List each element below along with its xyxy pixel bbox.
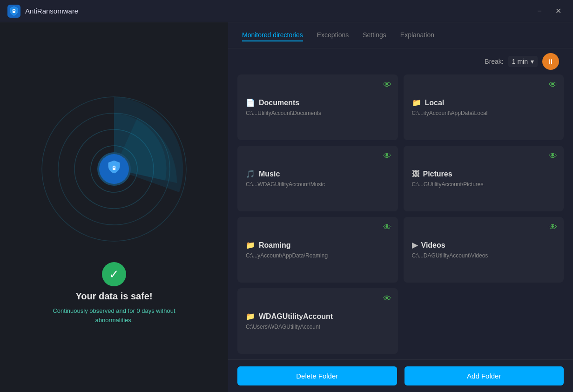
file-icon-documents: 📄: [246, 98, 255, 107]
titlebar: AntiRansomware − ✕: [0, 0, 573, 22]
titlebar-left: AntiRansomware: [7, 5, 78, 18]
eye-icon-wdagutility[interactable]: 👁: [383, 294, 391, 304]
tab-settings[interactable]: Settings: [363, 29, 386, 41]
dir-card-documents[interactable]: 👁 📄 Documents C:\...UtilityAccount\Docum…: [237, 74, 398, 140]
eye-icon-roaming[interactable]: 👁: [383, 223, 391, 232]
add-folder-button[interactable]: Add Folder: [404, 366, 564, 385]
delete-folder-button[interactable]: Delete Folder: [237, 366, 397, 385]
image-icon-pictures: 🖼: [412, 170, 419, 178]
titlebar-controls: − ✕: [532, 4, 566, 19]
dir-path-music: C:\...WDAGUtilityAccount\Music: [246, 181, 390, 188]
eye-icon-pictures[interactable]: 👁: [549, 151, 557, 161]
break-label: Break:: [485, 58, 503, 65]
radar-container: [35, 90, 193, 248]
bottom-bar: Delete Folder Add Folder: [228, 359, 573, 392]
eye-icon-local[interactable]: 👁: [549, 80, 557, 90]
dir-card-music[interactable]: 👁 🎵 Music C:\...WDAGUtilityAccount\Music: [237, 146, 398, 211]
folder-icon-roaming: 📁: [246, 241, 255, 250]
dir-path-roaming: C:\...yAccount\AppData\Roaming: [246, 252, 390, 259]
tab-explanation[interactable]: Explanation: [400, 29, 434, 41]
dir-card-wdagutility[interactable]: 👁 📁 WDAGUtilityAccount C:\Users\WDAGUtil…: [237, 288, 398, 354]
break-select[interactable]: 1 min ▾: [508, 56, 538, 67]
eye-icon-documents[interactable]: 👁: [383, 80, 391, 90]
dir-name-videos: ▶ Videos: [412, 241, 556, 250]
dir-card-videos[interactable]: 👁 ▶ Videos C:\...DAGUtilityAccount\Video…: [404, 217, 564, 283]
eye-icon-videos[interactable]: 👁: [549, 223, 557, 232]
dir-name-pictures: 🖼 Pictures: [412, 170, 556, 178]
dir-path-pictures: C:\...GUtilityAccount\Pictures: [412, 181, 556, 188]
radar-svg: [35, 90, 193, 248]
status-title: Your data is safe!: [75, 291, 152, 302]
dir-path-wdagutility: C:\Users\WDAGUtilityAccount: [246, 324, 390, 330]
dir-name-music: 🎵 Music: [246, 169, 390, 178]
dir-path-videos: C:\...DAGUtilityAccount\Videos: [412, 252, 556, 259]
chevron-down-icon: ▾: [531, 58, 534, 65]
tabs-bar: Monitored directories Exceptions Setting…: [228, 22, 573, 48]
music-icon: 🎵: [246, 169, 255, 178]
svg-rect-1: [13, 11, 15, 13]
status-subtitle: Continuously observed and for 0 days wit…: [53, 306, 175, 324]
dir-name-roaming: 📁 Roaming: [246, 241, 390, 250]
directory-grid: 👁 📄 Documents C:\...UtilityAccount\Docum…: [228, 74, 573, 359]
dir-card-pictures[interactable]: 👁 🖼 Pictures C:\...GUtilityAccount\Pictu…: [404, 146, 564, 211]
break-value: 1 min: [512, 58, 528, 65]
dir-name-documents: 📄 Documents: [246, 98, 390, 107]
app-title: AntiRansomware: [25, 7, 78, 15]
status-section: ✓ Your data is safe! Continuously observ…: [53, 262, 175, 324]
right-panel: Monitored directories Exceptions Setting…: [228, 22, 573, 392]
folder-icon-wdagutility: 📁: [246, 312, 255, 321]
break-bar: Break: 1 min ▾ ⏸: [228, 48, 573, 74]
tab-monitored-directories[interactable]: Monitored directories: [242, 29, 303, 41]
folder-icon-local: 📁: [412, 98, 421, 107]
dir-name-wdagutility: 📁 WDAGUtilityAccount: [246, 312, 390, 321]
minimize-button[interactable]: −: [532, 4, 547, 19]
dir-path-documents: C:\...UtilityAccount\Documents: [246, 110, 390, 116]
left-panel: ✓ Your data is safe! Continuously observ…: [0, 22, 228, 392]
main-layout: ✓ Your data is safe! Continuously observ…: [0, 22, 573, 392]
close-button[interactable]: ✕: [551, 4, 566, 19]
dir-card-roaming[interactable]: 👁 📁 Roaming C:\...yAccount\AppData\Roami…: [237, 217, 398, 283]
tab-exceptions[interactable]: Exceptions: [317, 29, 349, 41]
pause-button[interactable]: ⏸: [542, 53, 559, 70]
eye-icon-music[interactable]: 👁: [383, 151, 391, 161]
status-check-icon: ✓: [102, 262, 126, 286]
dir-name-local: 📁 Local: [412, 98, 556, 107]
play-icon-videos: ▶: [412, 241, 418, 250]
svg-rect-8: [113, 168, 115, 170]
dir-path-local: C:\...ityAccount\AppData\Local: [412, 110, 556, 116]
dir-card-local[interactable]: 👁 📁 Local C:\...ityAccount\AppData\Local: [404, 74, 564, 140]
app-icon: [7, 5, 20, 18]
